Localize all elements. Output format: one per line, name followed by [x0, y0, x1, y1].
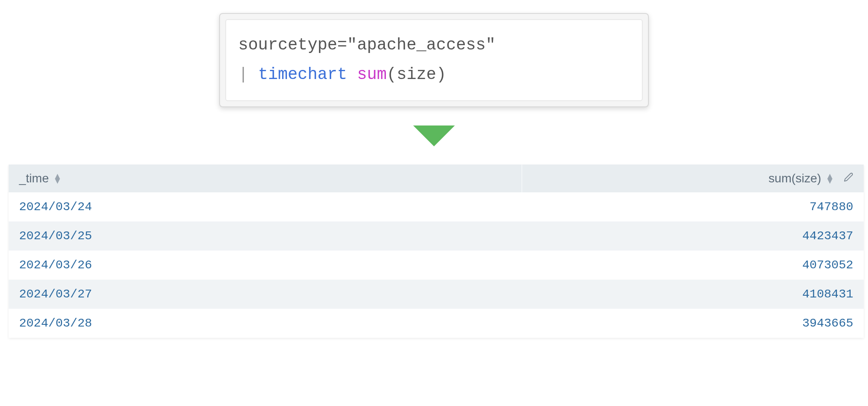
cell-time: 2024/03/26 [9, 251, 522, 280]
cell-time: 2024/03/28 [9, 309, 522, 338]
query-line-1: sourcetype="apache_access" [238, 36, 496, 54]
arrow-container [9, 125, 859, 146]
table-body: 2024/03/24 747880 2024/03/25 4423437 202… [9, 192, 864, 338]
results-table: _time ▲▼ sum(size) ▲▼ 2024/03/24 747880 … [9, 165, 864, 338]
cell-value: 4073052 [522, 251, 864, 280]
cell-value: 747880 [522, 192, 864, 221]
table-row[interactable]: 2024/03/28 3943665 [9, 309, 864, 338]
table-row[interactable]: 2024/03/25 4423437 [9, 221, 864, 251]
column-header-sum[interactable]: sum(size) ▲▼ [522, 165, 864, 192]
query-pipe: | [238, 65, 248, 84]
cell-time: 2024/03/27 [9, 280, 522, 309]
query-function: sum [357, 65, 387, 84]
query-paren-open: ( [387, 65, 397, 84]
pencil-icon[interactable] [844, 172, 853, 185]
table-header-row: _time ▲▼ sum(size) ▲▼ [9, 165, 864, 192]
query-text[interactable]: sourcetype="apache_access" | timechart s… [225, 19, 643, 101]
column-header-time-label: _time [19, 172, 49, 185]
cell-time: 2024/03/24 [9, 192, 522, 221]
table-row[interactable]: 2024/03/24 747880 [9, 192, 864, 221]
sort-icon[interactable]: ▲▼ [825, 173, 834, 184]
cell-value: 4108431 [522, 280, 864, 309]
table-row[interactable]: 2024/03/26 4073052 [9, 251, 864, 280]
query-command: timechart [258, 65, 347, 84]
sort-icon[interactable]: ▲▼ [53, 173, 62, 184]
cell-value: 4423437 [522, 221, 864, 251]
query-editor[interactable]: sourcetype="apache_access" | timechart s… [219, 13, 649, 107]
table-row[interactable]: 2024/03/27 4108431 [9, 280, 864, 309]
cell-time: 2024/03/25 [9, 221, 522, 251]
cell-value: 3943665 [522, 309, 864, 338]
query-arg: size [397, 65, 436, 84]
column-header-sum-label: sum(size) [769, 172, 821, 185]
column-header-time[interactable]: _time ▲▼ [9, 165, 522, 192]
arrow-down-icon [413, 125, 455, 146]
query-paren-close: ) [436, 65, 446, 84]
